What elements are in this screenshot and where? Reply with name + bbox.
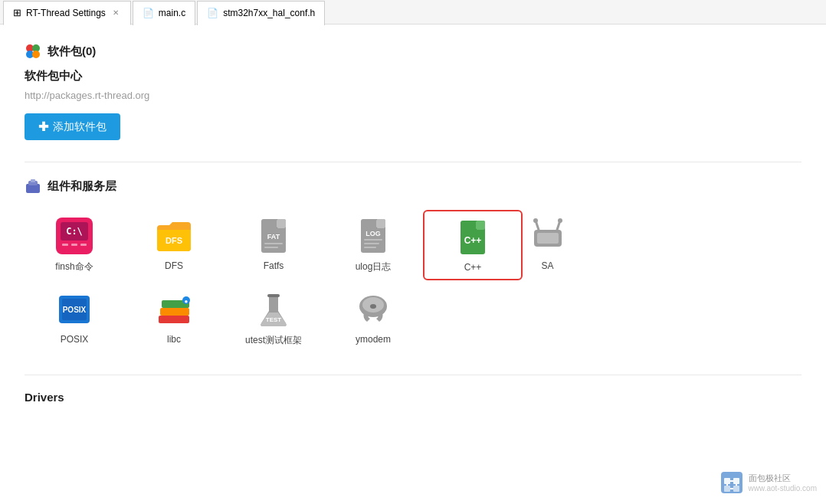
svg-rect-10 [62, 244, 68, 246]
comp-item-finsh[interactable]: C:\ finsh命令 [25, 210, 124, 280]
comp-section-title: 组件和服务层 [48, 179, 116, 194]
software-pkg-header: 软件包(0) [25, 43, 801, 60]
footer-logo: 面包极社区 www.aot-studio.com [719, 470, 817, 495]
comp-cube-icon [25, 178, 41, 195]
utest-label: utest测试框架 [245, 334, 302, 347]
cpp-icon: C++ [453, 218, 493, 257]
svg-rect-24 [364, 247, 376, 248]
settings-tab-close[interactable]: ✕ [110, 8, 121, 18]
svg-rect-22 [364, 239, 382, 241]
svg-rect-11 [71, 244, 77, 246]
comp-item-cpp[interactable]: C++ C++ [423, 210, 523, 280]
svg-point-32 [533, 218, 538, 223]
ulog-icon: LOG [353, 216, 393, 256]
comp-icon-grid-row2: POSIX POSIX ● libc TES [25, 283, 801, 353]
svg-text:●: ● [185, 298, 188, 305]
footer-logo-url: www.aot-studio.com [749, 484, 817, 493]
comp-item-utest[interactable]: TEST utest测试框架 [224, 283, 323, 353]
tab-main-c[interactable]: 📄 main.c [133, 1, 195, 25]
hal-conf-tab-icon: 📄 [207, 8, 218, 18]
main-content: 软件包(0) 软件包中心 http://packages.rt-thread.o… [0, 25, 826, 504]
svg-rect-23 [364, 243, 379, 244]
ymodem-label: ymodem [356, 334, 391, 345]
comp-item-posix[interactable]: POSIX POSIX [25, 283, 124, 353]
finsh-label: finsh命令 [55, 260, 93, 273]
tab-hal-conf[interactable]: 📄 stm32h7xx_hal_conf.h [197, 1, 325, 25]
svg-rect-20 [376, 219, 385, 228]
main-c-tab-label: main.c [159, 8, 185, 18]
svg-rect-17 [264, 243, 283, 244]
comp-item-ulog[interactable]: LOG ulog日志 [323, 210, 423, 280]
main-c-tab-icon: 📄 [143, 8, 154, 18]
libc-label: libc [167, 334, 181, 345]
add-btn-label: 添加软件包 [53, 120, 107, 134]
comp-item-sa[interactable]: SA [523, 210, 572, 280]
svg-rect-38 [160, 308, 189, 316]
sa-icon [528, 216, 568, 256]
comp-section-header: 组件和服务层 [25, 178, 801, 195]
svg-rect-29 [537, 233, 559, 244]
svg-point-33 [558, 218, 562, 223]
sa-label: SA [541, 260, 553, 271]
pkg-center-title: 软件包中心 [25, 69, 801, 83]
posix-icon: POSIX [54, 290, 94, 329]
comp-item-dfs[interactable]: DFS DFS [124, 210, 224, 280]
svg-rect-37 [159, 316, 189, 323]
svg-point-3 [32, 51, 40, 58]
svg-rect-51 [733, 486, 739, 492]
svg-rect-18 [264, 247, 278, 248]
svg-rect-42 [267, 294, 280, 297]
comp-item-fatfs[interactable]: FAT Fatfs [224, 210, 323, 280]
logo-icon [719, 470, 744, 495]
libc-icon: ● [154, 290, 194, 329]
dfs-icon: DFS [154, 216, 194, 256]
settings-tab-label: RT-Thread Settings [26, 8, 106, 18]
svg-rect-48 [724, 478, 730, 484]
svg-rect-15 [277, 219, 286, 228]
svg-text:C:\: C:\ [66, 226, 83, 237]
add-pkg-button[interactable]: ✚ 添加软件包 [25, 113, 120, 140]
svg-rect-49 [733, 478, 739, 484]
svg-rect-12 [80, 244, 87, 246]
svg-text:DFS: DFS [166, 236, 182, 245]
svg-text:C++: C++ [464, 235, 482, 246]
tab-settings[interactable]: ⊞ RT-Thread Settings ✕ [3, 1, 131, 25]
finsh-icon: C:\ [54, 216, 94, 256]
comp-icon-grid: C:\ finsh命令 DFS DFS FA [25, 210, 801, 280]
comp-item-libc[interactable]: ● libc [124, 283, 224, 353]
utest-icon: TEST [254, 290, 293, 329]
svg-rect-26 [476, 221, 485, 230]
footer-logo-title: 面包极社区 [749, 473, 817, 484]
footer-text: 面包极社区 www.aot-studio.com [749, 473, 817, 493]
hal-conf-tab-label: stm32h7xx_hal_conf.h [223, 8, 315, 18]
add-icon: ✚ [38, 119, 48, 134]
svg-text:TEST: TEST [266, 316, 282, 323]
drivers-divider [25, 375, 801, 375]
settings-tab-icon: ⊞ [13, 7, 21, 18]
svg-rect-6 [31, 179, 35, 182]
fatfs-label: Fatfs [264, 260, 284, 271]
pkg-icon [25, 43, 41, 60]
comp-item-ymodem[interactable]: ymodem [323, 283, 423, 353]
cpp-label: C++ [464, 262, 482, 273]
ulog-label: ulog日志 [356, 260, 392, 273]
svg-text:FAT: FAT [267, 233, 280, 241]
ymodem-icon [353, 290, 393, 329]
dfs-label: DFS [165, 260, 183, 271]
svg-text:POSIX: POSIX [63, 306, 87, 314]
fatfs-icon: FAT [254, 216, 293, 256]
svg-text:LOG: LOG [365, 230, 381, 237]
drivers-title: Drivers [25, 391, 801, 404]
pkg-url: http://packages.rt-thread.org [25, 90, 801, 101]
pkg-section-title: 软件包(0) [48, 44, 96, 59]
svg-point-46 [370, 304, 376, 309]
section-divider [25, 162, 801, 162]
tab-bar: ⊞ RT-Thread Settings ✕ 📄 main.c 📄 stm32h… [0, 0, 826, 25]
svg-rect-50 [724, 486, 730, 492]
posix-label: POSIX [61, 334, 89, 345]
